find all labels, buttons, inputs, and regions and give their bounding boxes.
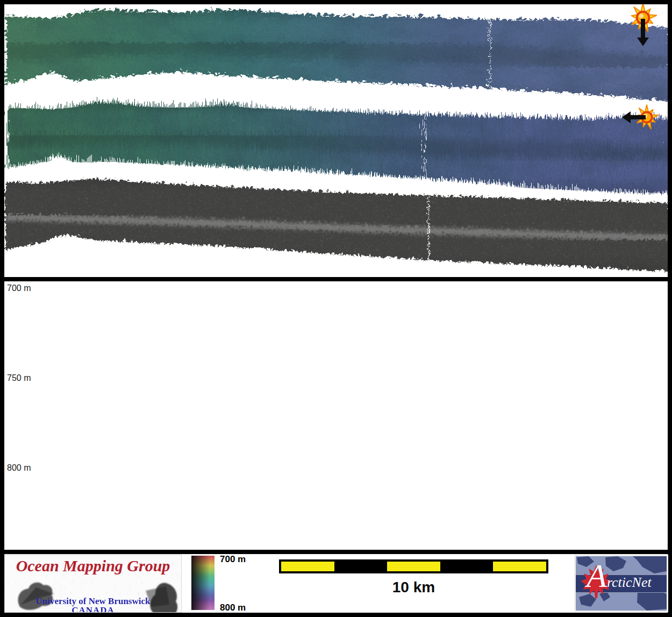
omg-logo-title: Ocean Mapping Group: [5, 557, 181, 575]
seafloor-reflector: [4, 384, 668, 437]
map-scalebar: [279, 559, 548, 573]
scalebar-segment: [387, 562, 440, 571]
swath-imagery: [4, 4, 668, 277]
subbottom-profile-image: 700 m 750 m 800 m: [4, 281, 668, 550]
depth-label-800m: 800 m: [7, 463, 31, 472]
colorbar-bottom-label: 800 m: [220, 602, 246, 613]
subbottom-profile-panel: 700 m 750 m 800 m: [4, 281, 668, 550]
depth-label-750m: 750 m: [7, 373, 31, 382]
arcticnet-wordmark: ArcticNet: [587, 559, 652, 592]
omg-logo-country: CANADA: [5, 605, 181, 613]
subbottom-reflector: [4, 393, 668, 450]
arcticnet-initial: A: [587, 557, 607, 594]
scalebar-segment: [493, 562, 546, 571]
arcticnet-logo: ArcticNet: [574, 555, 668, 612]
omg-logo: Ocean Mapping Group University of New Br…: [4, 555, 182, 613]
footer-legend-bar: Ocean Mapping Group University of New Br…: [4, 554, 668, 613]
depth-colorbar-gradient: [191, 556, 215, 610]
colorbar-top-label: 700 m: [220, 554, 246, 565]
scalebar-label: 10 km: [279, 579, 548, 596]
arcticnet-rest: rcticNet: [607, 575, 652, 590]
bathymetry-swath: [4, 4, 668, 112]
depth-scale-labels: 700 m 750 m 800 m: [7, 283, 31, 472]
depth-label-700m: 700 m: [7, 283, 31, 293]
figure-frame: 700 m 750 m 800 m Ocean Mapping Group Un…: [0, 0, 672, 617]
scalebar-segment: [281, 562, 334, 571]
swath-mosaic-panel: [4, 4, 668, 277]
